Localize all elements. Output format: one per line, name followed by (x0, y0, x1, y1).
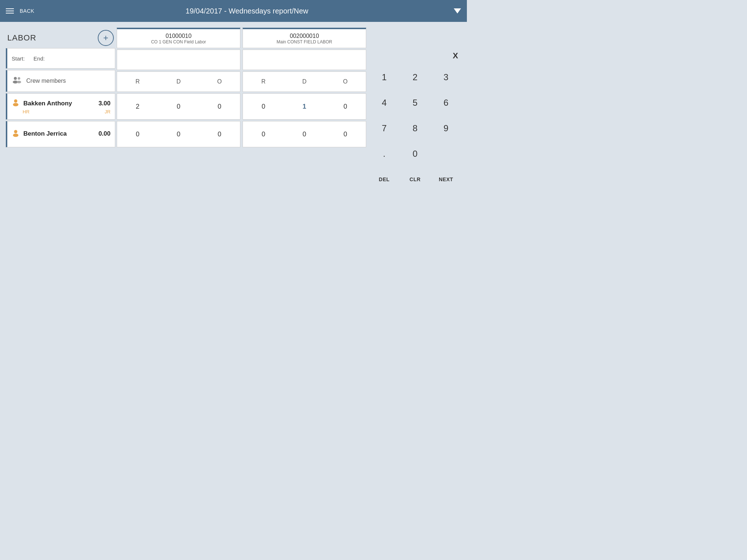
svg-point-5 (13, 103, 19, 106)
numpad-x-row: X (369, 50, 461, 62)
start-label: Start: (12, 55, 25, 62)
numpad-key-7[interactable]: 7 (369, 116, 399, 141)
col-header-1: 002000010 Main CONST FIELD LABOR (243, 28, 366, 48)
data-cell[interactable]: 0 (199, 103, 240, 110)
numpad-key-3[interactable]: 3 (431, 65, 461, 90)
numpad-key-2[interactable]: 2 (400, 65, 430, 90)
numpad-next-button[interactable]: NEXT (431, 167, 461, 192)
numpad-grid: 123456789.0 (369, 65, 461, 166)
rdo-label-O: O (199, 78, 240, 85)
data-cell[interactable]: 0 (199, 131, 240, 138)
rdo-label-R: R (117, 78, 158, 85)
member-type: HR (23, 109, 30, 114)
data-cell-row: 000 (117, 121, 240, 147)
data-cell-row: 000 (243, 121, 366, 147)
svg-point-0 (14, 77, 17, 80)
numpad-panel: X 123456789.0 DELCLRNEXT (366, 50, 461, 344)
data-cell[interactable]: 0 (284, 131, 325, 138)
numpad-del-button[interactable]: DEL (369, 167, 399, 192)
start-end-row[interactable]: Start: End: (6, 48, 115, 69)
data-col-0: 01000010 CO 1 GEN CON Field Labor RDO200… (117, 28, 240, 344)
labor-header: LABOR + (6, 28, 115, 48)
numpad-key-9[interactable]: 9 (431, 116, 461, 141)
numpad-key-0[interactable]: 0 (400, 141, 430, 166)
numpad-empty (431, 141, 461, 166)
data-cell[interactable]: 0 (158, 131, 199, 138)
start-end-cell[interactable] (243, 50, 366, 70)
member-icon (12, 98, 20, 108)
back-button[interactable]: BACK (20, 8, 34, 14)
menu-button[interactable] (6, 8, 14, 13)
col-desc: CO 1 GEN CON Field Labor (151, 39, 206, 44)
numpad-key-4[interactable]: 4 (369, 90, 399, 115)
main-content: LABOR + Start: End: Crew members (0, 22, 467, 350)
plus-icon: + (103, 33, 108, 43)
member-hours: 3.00 (98, 100, 111, 107)
data-col-1: 002000010 Main CONST FIELD LABOR RDO0100… (243, 28, 366, 344)
col-header-0: 01000010 CO 1 GEN CON Field Labor (117, 28, 240, 48)
rdo-label-R: R (243, 78, 284, 85)
numpad-key-1[interactable]: 1 (369, 65, 399, 90)
add-labor-button[interactable]: + (98, 30, 114, 46)
col-desc: Main CONST FIELD LABOR (276, 39, 332, 44)
member-icon (12, 129, 20, 139)
numpad-key-6[interactable]: 6 (431, 90, 461, 115)
data-cell[interactable]: 0 (325, 131, 365, 138)
rdo-header-row: RDO (117, 71, 240, 92)
svg-point-4 (14, 100, 18, 103)
app-header: BACK 19/04/2017 - Wednesdays report/New (0, 0, 467, 22)
numpad-actions: DELCLRNEXT (369, 167, 461, 192)
data-cell[interactable]: 0 (243, 103, 284, 110)
dropdown-button[interactable] (454, 8, 461, 13)
data-cell[interactable]: 0 (325, 103, 365, 110)
end-label: End: (34, 55, 45, 62)
member-grade: JR (105, 109, 111, 114)
data-columns: 01000010 CO 1 GEN CON Field Labor RDO200… (117, 28, 366, 344)
page-title: 19/04/2017 - Wednesdays report/New (40, 7, 454, 15)
data-cell-row: 010 (243, 93, 366, 120)
member-name: Bakken Anthony (23, 100, 95, 107)
rdo-label-D: D (284, 78, 325, 85)
col-code: 01000010 (166, 33, 191, 39)
data-cell[interactable]: 0 (117, 131, 158, 138)
left-panel: LABOR + Start: End: Crew members (6, 28, 115, 344)
svg-point-6 (14, 130, 18, 133)
start-end-cell[interactable] (117, 50, 240, 70)
svg-point-3 (17, 81, 21, 83)
member-hours: 0.00 (98, 130, 111, 137)
rdo-label-O: O (325, 78, 365, 85)
close-numpad-button[interactable]: X (450, 50, 461, 62)
member-row[interactable]: Benton Jerrica 0.00 (6, 121, 115, 147)
data-cell[interactable]: 0 (158, 103, 199, 110)
labor-label: LABOR (7, 33, 36, 43)
data-cell[interactable]: 1 (284, 103, 325, 110)
data-cell-row: 200 (117, 93, 240, 120)
crew-members-row[interactable]: Crew members (6, 70, 115, 92)
numpad-key-.[interactable]: . (369, 141, 399, 166)
svg-point-2 (18, 77, 20, 80)
data-cell[interactable]: 2 (117, 103, 158, 110)
crew-label: Crew members (26, 78, 66, 84)
rdo-header-row: RDO (243, 71, 366, 92)
member-row[interactable]: Bakken Anthony 3.00 HR JR (6, 93, 115, 120)
crew-icon (12, 76, 22, 86)
rdo-label-D: D (158, 78, 199, 85)
svg-point-7 (13, 133, 19, 137)
numpad-clr-button[interactable]: CLR (400, 167, 430, 192)
col-code: 002000010 (290, 33, 319, 39)
member-list: Bakken Anthony 3.00 HR JR Benton Jerrica… (6, 93, 115, 149)
data-cell[interactable]: 0 (243, 131, 284, 138)
numpad-key-5[interactable]: 5 (400, 90, 430, 115)
numpad-key-8[interactable]: 8 (400, 116, 430, 141)
member-name: Benton Jerrica (23, 130, 95, 137)
